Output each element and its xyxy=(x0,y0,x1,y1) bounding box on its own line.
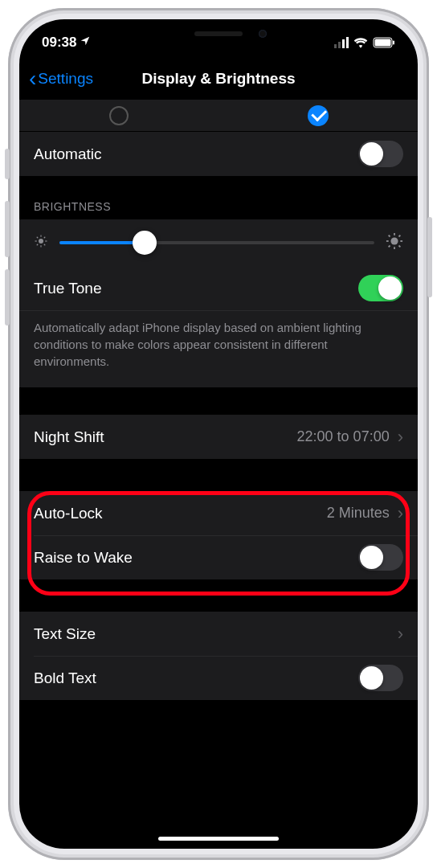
chevron-right-icon: › xyxy=(398,427,403,448)
svg-point-3 xyxy=(39,239,43,244)
notch xyxy=(130,19,307,48)
battery-icon xyxy=(373,37,395,48)
screen: 09:38 ‹ Settings xyxy=(19,19,418,849)
sun-low-icon xyxy=(34,234,48,252)
svg-line-18 xyxy=(399,246,401,248)
true-tone-row: True Tone xyxy=(19,266,418,310)
night-shift-value: 22:00 to 07:00 xyxy=(297,428,390,445)
svg-point-12 xyxy=(390,237,398,244)
svg-line-19 xyxy=(389,246,390,248)
mute-switch xyxy=(5,149,10,179)
status-time: 09:38 xyxy=(42,35,76,51)
phone-frame: 09:38 ‹ Settings xyxy=(8,8,429,860)
appearance-selector xyxy=(19,100,418,132)
true-tone-toggle[interactable] xyxy=(358,275,403,301)
svg-line-10 xyxy=(37,244,39,246)
night-shift-label: Night Shift xyxy=(34,428,104,446)
appearance-dark-option[interactable] xyxy=(218,100,418,131)
slider-thumb[interactable] xyxy=(133,231,157,255)
auto-lock-row[interactable]: Auto-Lock 2 Minutes › xyxy=(19,491,418,535)
auto-lock-label: Auto-Lock xyxy=(34,505,103,522)
location-icon xyxy=(80,35,91,51)
back-label: Settings xyxy=(38,70,93,88)
brightness-slider-row xyxy=(19,219,418,266)
home-indicator[interactable] xyxy=(158,837,279,841)
true-tone-label: True Tone xyxy=(34,280,102,297)
raise-to-wake-label: Raise to Wake xyxy=(34,549,133,567)
svg-line-17 xyxy=(389,235,390,237)
sun-high-icon xyxy=(386,232,403,253)
cellular-signal-icon xyxy=(334,37,349,48)
appearance-light-option[interactable] xyxy=(19,100,218,131)
bold-text-label: Bold Text xyxy=(34,669,96,687)
brightness-slider[interactable] xyxy=(59,241,374,244)
text-size-row[interactable]: Text Size › xyxy=(19,612,418,656)
automatic-toggle[interactable] xyxy=(358,141,403,167)
wifi-icon xyxy=(353,37,368,48)
volume-down-button xyxy=(5,269,10,326)
nav-bar: ‹ Settings Display & Brightness xyxy=(19,58,418,100)
raise-to-wake-row: Raise to Wake xyxy=(19,535,418,579)
automatic-row: Automatic xyxy=(19,132,418,176)
svg-line-9 xyxy=(44,244,46,246)
svg-rect-2 xyxy=(393,41,394,45)
night-shift-row[interactable]: Night Shift 22:00 to 07:00 › xyxy=(19,415,418,459)
back-button[interactable]: ‹ Settings xyxy=(29,70,93,88)
bold-text-toggle[interactable] xyxy=(358,665,403,691)
volume-up-button xyxy=(5,201,10,257)
brightness-header: BRIGHTNESS xyxy=(19,176,418,219)
true-tone-description: Automatically adapt iPhone display based… xyxy=(19,310,418,387)
automatic-label: Automatic xyxy=(34,145,101,163)
autolock-group: Auto-Lock 2 Minutes › Raise to Wake xyxy=(19,491,418,579)
chevron-right-icon: › xyxy=(398,624,403,645)
svg-line-8 xyxy=(37,237,39,239)
auto-lock-value: 2 Minutes xyxy=(327,505,390,522)
radio-checked-icon xyxy=(308,105,329,126)
text-size-label: Text Size xyxy=(34,625,96,643)
chevron-right-icon: › xyxy=(398,503,403,524)
bold-text-row: Bold Text xyxy=(19,656,418,700)
svg-rect-1 xyxy=(375,39,391,47)
svg-line-11 xyxy=(44,237,46,239)
svg-line-20 xyxy=(399,235,401,237)
radio-unchecked-icon xyxy=(109,106,129,125)
power-button xyxy=(427,217,432,297)
raise-to-wake-toggle[interactable] xyxy=(358,544,403,571)
